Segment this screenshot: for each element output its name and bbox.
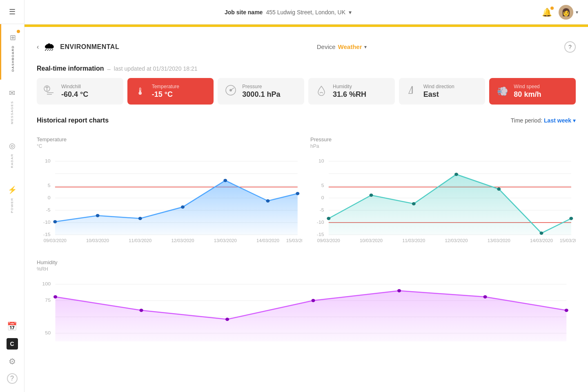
svg-point-78 [139, 309, 143, 312]
topnav: Job site name 455 Ludwig Street, London,… [24, 0, 588, 24]
wind-speed-icon: 💨 [496, 86, 509, 97]
humidity-chart-area: 100 75 50 [37, 276, 576, 350]
c-button[interactable]: C [7, 338, 18, 350]
wind-direction-label: Wind direction [423, 84, 454, 89]
humidity-section: Humidity %RH 100 75 50 [37, 259, 576, 350]
svg-text:09/03/2020: 09/03/2020 [317, 238, 340, 243]
svg-text:-10: -10 [317, 220, 324, 225]
humidity-value: 31.6 %RH [333, 90, 366, 99]
svg-text:15/03/2020: 15/03/2020 [286, 238, 302, 243]
metric-card-humidity[interactable]: Humidity 31.6 %RH [308, 78, 395, 105]
user-avatar-button[interactable]: 👩 ▾ [559, 5, 578, 20]
help-button[interactable]: ? [564, 41, 576, 53]
calendar-button[interactable]: 📅 [7, 321, 18, 332]
sidebar-menu-button[interactable]: ☰ [0, 0, 24, 24]
svg-point-25 [53, 220, 57, 223]
sidebar-item-power[interactable]: ⚡ POWER [0, 176, 24, 221]
metric-card-wind-direction[interactable]: Wind direction East [399, 78, 486, 105]
sidebar-item-dashboard[interactable]: ⊞ DASHBOARD [0, 24, 24, 80]
svg-text:75: 75 [45, 298, 51, 303]
svg-point-81 [397, 289, 401, 292]
page-header-left: ‹ 🌧 ENVIRONMENTAL [37, 40, 119, 53]
humidity-chart-svg: 100 75 50 [37, 276, 576, 350]
active-dot [17, 30, 20, 33]
charts-header: Historical report charts Time period: La… [37, 117, 576, 124]
svg-point-83 [565, 309, 568, 312]
device-value: Weather [338, 43, 362, 50]
sidebar-item-label: DASHBOARD [11, 45, 15, 71]
svg-text:14/03/2020: 14/03/2020 [256, 238, 279, 243]
svg-point-58 [454, 173, 458, 176]
notification-badge [550, 7, 554, 10]
pressure-chart-unit: hPa [310, 143, 576, 149]
svg-text:0: 0 [48, 195, 51, 200]
wind-direction-icon [405, 85, 419, 98]
metric-card-wind-speed[interactable]: 💨 Wind speed 80 km/h [489, 78, 576, 105]
svg-text:100: 100 [42, 281, 51, 286]
sidebar-item-label: POWER [10, 198, 14, 213]
topnav-right: 🔔 👩 ▾ [542, 5, 578, 20]
svg-text:-15: -15 [317, 232, 324, 237]
main-content: ‹ 🌧 ENVIRONMENTAL Device Weather ▾ ? Rea… [24, 24, 588, 392]
metric-card-windchill[interactable]: Windchill -60.4 °C [37, 78, 123, 105]
svg-rect-9 [412, 86, 413, 94]
svg-point-29 [223, 179, 227, 182]
settings-button[interactable]: ⚙ [7, 356, 18, 367]
pressure-text: Pressure 3000.1 hPa [242, 84, 280, 99]
avatar-chevron-icon: ▾ [576, 9, 578, 15]
charts-title: Historical report charts [37, 117, 109, 124]
svg-point-80 [312, 299, 315, 302]
dashboard-icon: ⊞ [7, 32, 18, 43]
temperature-chart: Temperature °C 10 5 [37, 132, 302, 247]
svg-point-61 [569, 217, 573, 220]
svg-text:12/03/2020: 12/03/2020 [445, 238, 468, 243]
device-selector[interactable]: Device Weather ▾ [317, 43, 367, 50]
humidity-label: Humidity [333, 84, 366, 89]
wind-direction-value: East [423, 90, 454, 99]
svg-text:5: 5 [321, 183, 324, 188]
sidebar-item-messages[interactable]: ✉ MESSAGES [0, 80, 24, 132]
svg-text:-15: -15 [43, 232, 51, 237]
pressure-chart-svg: 10 5 0 -5 -10 -15 [310, 153, 576, 243]
pressure-chart-area: 10 5 0 -5 -10 -15 [310, 153, 576, 243]
jobsite-value: 455 Ludwig Street, London, UK [266, 9, 345, 16]
svg-point-56 [370, 194, 373, 197]
environmental-icon: 🌧 [44, 40, 55, 53]
svg-text:14/03/2020: 14/03/2020 [530, 238, 553, 243]
metric-card-temperature[interactable]: 🌡 Temperature -15 °C [127, 78, 214, 105]
time-period-value: Last week [544, 117, 571, 124]
notifications-button[interactable]: 🔔 [542, 7, 552, 17]
realtime-subtitle: last updated at 01/31/2020 18:21 [114, 65, 198, 72]
sidebar-item-radar[interactable]: ◎ RADAR [0, 132, 24, 176]
realtime-separator: – [107, 65, 110, 72]
svg-point-30 [266, 199, 270, 203]
svg-text:15/03/2020: 15/03/2020 [560, 238, 576, 243]
windchill-value: -60.4 °C [61, 90, 88, 99]
messages-icon: ✉ [7, 88, 18, 98]
realtime-header: Real-time information – last updated at … [37, 65, 576, 72]
metric-card-pressure[interactable]: Pressure 3000.1 hPa [218, 78, 304, 105]
svg-point-77 [53, 295, 57, 298]
temperature-chart-title: Temperature [37, 136, 302, 143]
wind-direction-text: Wind direction East [423, 84, 454, 99]
back-button[interactable]: ‹ [37, 43, 39, 51]
temperature-chart-area: 10 5 0 -5 -10 -15 [37, 153, 302, 243]
humidity-text: Humidity 31.6 %RH [333, 84, 366, 99]
time-period-chevron-icon: ▾ [573, 117, 576, 124]
svg-marker-76 [56, 291, 567, 341]
svg-point-79 [225, 318, 229, 321]
sidebar-item-label: RADAR [10, 154, 14, 168]
temperature-text: Temperature -15 °C [152, 84, 179, 99]
temperature-label: Temperature [152, 84, 179, 89]
temperature-icon: 🌡 [134, 86, 147, 97]
svg-text:5: 5 [48, 183, 51, 188]
help-sidebar-button[interactable]: ? [7, 373, 18, 384]
svg-text:-10: -10 [43, 220, 51, 225]
svg-marker-24 [55, 180, 298, 235]
realtime-title: Real-time information [37, 65, 104, 72]
time-period-selector[interactable]: Time period: Last week ▾ [511, 117, 576, 124]
svg-point-31 [296, 192, 299, 195]
page-header: ‹ 🌧 ENVIRONMENTAL Device Weather ▾ ? [37, 35, 576, 58]
device-dropdown-button[interactable]: ▾ [364, 44, 367, 50]
location-chevron-icon[interactable]: ▾ [349, 9, 352, 16]
